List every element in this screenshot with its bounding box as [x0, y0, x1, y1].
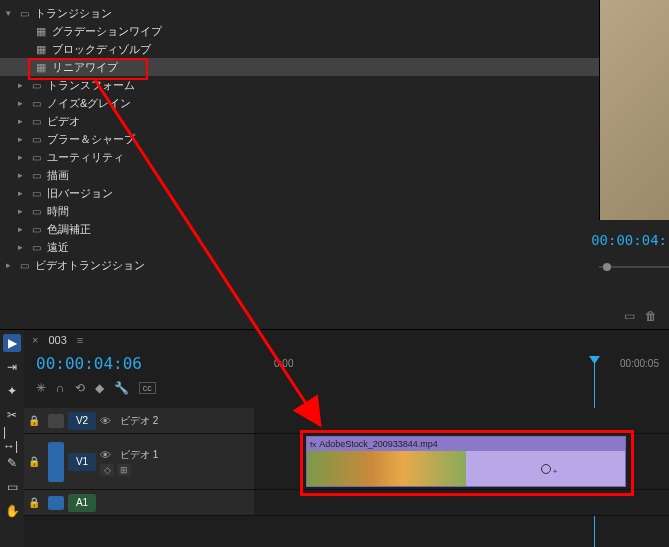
chevron-right-icon: ▸ [18, 188, 30, 198]
tree-folder[interactable]: ▸ ▭ トランスフォーム [0, 76, 669, 94]
chevron-right-icon: ▸ [18, 170, 30, 180]
track-header-v1[interactable]: 🔒 V1 👁 ビデオ 1 ◇ ⊞ [24, 434, 254, 490]
fx-badge-icon: fx [310, 440, 316, 449]
lock-icon[interactable]: 🔒 [28, 456, 44, 467]
track-source-toggle[interactable] [48, 442, 64, 482]
chevron-right-icon: ▸ [18, 242, 30, 252]
cc-icon[interactable]: cc [139, 382, 156, 394]
snap-icon[interactable]: ✳ [36, 381, 46, 395]
pen-tool[interactable]: ✎ [3, 454, 21, 472]
effect-item[interactable]: ▦ グラデーションワイプ ▦ [0, 22, 669, 40]
folder-icon: ▭ [32, 224, 41, 235]
track-source-toggle[interactable] [48, 496, 64, 510]
hand-tool[interactable]: ✋ [3, 502, 21, 520]
razor-tool[interactable]: ✂ [3, 406, 21, 424]
tree-label: 描画 [47, 168, 663, 183]
clip-name: AdobeStock_200933844.mp4 [319, 439, 438, 449]
tree-label: グラデーションワイプ [52, 24, 623, 39]
trash-icon[interactable]: 🗑 [645, 309, 657, 323]
tree-label: ビデオトランジション [35, 258, 663, 273]
chevron-right-icon: ▸ [18, 80, 30, 90]
tracks-area: fx AdobeStock_200933844.mp4 [254, 408, 669, 547]
track-tag[interactable]: V2 [68, 412, 96, 430]
track-lane-v1[interactable]: fx AdobeStock_200933844.mp4 [254, 434, 669, 490]
eye-icon[interactable]: 👁 [100, 415, 116, 427]
effect-center-marker[interactable] [541, 464, 551, 474]
tree-folder[interactable]: ▸ ▭ 遠近 [0, 238, 669, 256]
linked-selection-icon[interactable]: ⟲ [75, 381, 85, 395]
selection-tool[interactable]: ▶ [3, 334, 21, 352]
ruler-tick: 00:00:05 [620, 358, 659, 369]
sequence-name: 003 [48, 334, 66, 346]
tree-folder[interactable]: ▸ ▭ 旧バージョン [0, 184, 669, 202]
close-tab-icon[interactable]: × [32, 334, 38, 346]
tree-folder[interactable]: ▸ ▭ ブラー＆シャープ [0, 130, 669, 148]
track-source-toggle[interactable] [48, 414, 64, 428]
tree-folder[interactable]: ▸ ▭ 時間 [0, 202, 669, 220]
effect-item-linear-wipe[interactable]: ▦ リニアワイプ ▦ [0, 58, 669, 76]
tree-label: 時間 [47, 204, 663, 219]
tree-label: ブロックディゾルブ [52, 42, 623, 57]
timeline-toolbar: ✳ ∩ ⟲ ◆ 🔧 cc [24, 377, 669, 399]
track-name: ビデオ 2 [120, 414, 250, 428]
chevron-right-icon: ▸ [6, 260, 18, 270]
sequence-tab[interactable]: × 003 ≡ [24, 330, 669, 350]
chevron-right-icon: ▸ [18, 224, 30, 234]
track-select-tool[interactable]: ⇥ [3, 358, 21, 376]
track-options-icon[interactable]: ⊞ [117, 464, 131, 476]
tab-menu-icon[interactable]: ≡ [77, 334, 83, 346]
chevron-right-icon: ▸ [18, 134, 30, 144]
chevron-right-icon: ▸ [18, 116, 30, 126]
tree-folder[interactable]: ▸ ▭ 色調補正 [0, 220, 669, 238]
track-header-a1[interactable]: 🔒 A1 [24, 490, 254, 516]
track-tag[interactable]: V1 [68, 453, 96, 471]
effect-item[interactable]: ▦ ブロックディゾルブ ▦ [0, 40, 669, 58]
track-header-v2[interactable]: 🔒 V2 👁 ビデオ 2 [24, 408, 254, 434]
clip-thumbnail [307, 451, 466, 486]
ripple-edit-tool[interactable]: ✦ [3, 382, 21, 400]
markers-icon[interactable]: ◆ [95, 381, 104, 395]
track-lane-v2[interactable] [254, 408, 669, 434]
folder-icon: ▭ [32, 242, 41, 253]
preview-timecode[interactable]: 00:00:04: [591, 232, 667, 248]
track-name: ビデオ 1 [120, 448, 250, 462]
tree-folder-transitions[interactable]: ▸ ▭ ビデオトランジション [0, 256, 669, 274]
video-clip[interactable]: fx AdobeStock_200933844.mp4 [306, 436, 626, 487]
preview-monitor [599, 0, 669, 220]
tree-folder[interactable]: ▸ ▭ ユーティリティ [0, 148, 669, 166]
chevron-right-icon: ▸ [18, 152, 30, 162]
folder-icon: ▭ [32, 152, 41, 163]
folder-icon: ▭ [20, 8, 29, 19]
lock-icon[interactable]: 🔒 [28, 497, 44, 508]
preview-slider[interactable] [599, 260, 669, 268]
clip-effect-region[interactable] [466, 451, 625, 486]
track-lane-a1[interactable] [254, 490, 669, 516]
effects-tree: ▾ ▭ トランジション ▦ グラデーションワイプ ▦ ▦ ブロックディゾルブ ▦… [0, 0, 669, 278]
new-bin-icon[interactable]: ▭ [624, 309, 635, 323]
keyframe-icon[interactable]: ◇ [100, 464, 114, 476]
time-ruler[interactable]: 0:00 00:00:05 [254, 358, 669, 378]
tree-label: リニアワイプ [52, 60, 623, 75]
chevron-right-icon: ▸ [18, 98, 30, 108]
effect-icon: ▦ [36, 61, 46, 74]
tree-folder[interactable]: ▸ ▭ 描画 [0, 166, 669, 184]
tree-label: トランジション [35, 6, 663, 21]
folder-icon: ▭ [20, 260, 29, 271]
track-tag[interactable]: A1 [68, 494, 96, 512]
tree-folder[interactable]: ▸ ▭ ノイズ&グレイン [0, 94, 669, 112]
folder-icon: ▭ [32, 116, 41, 127]
tree-label: ノイズ&グレイン [47, 96, 663, 111]
chevron-down-icon: ▾ [6, 8, 18, 18]
tree-folder[interactable]: ▸ ▭ ビデオ [0, 112, 669, 130]
slip-tool[interactable]: |↔| [3, 430, 21, 448]
folder-icon: ▭ [32, 98, 41, 109]
eye-icon[interactable]: 👁 [100, 449, 116, 461]
lock-icon[interactable]: 🔒 [28, 415, 44, 426]
settings-icon[interactable]: 🔧 [114, 381, 129, 395]
tree-label: ビデオ [47, 114, 663, 129]
rectangle-tool[interactable]: ▭ [3, 478, 21, 496]
magnet-icon[interactable]: ∩ [56, 381, 65, 395]
tree-folder-root[interactable]: ▾ ▭ トランジション [0, 4, 669, 22]
folder-icon: ▭ [32, 80, 41, 91]
folder-icon: ▭ [32, 188, 41, 199]
